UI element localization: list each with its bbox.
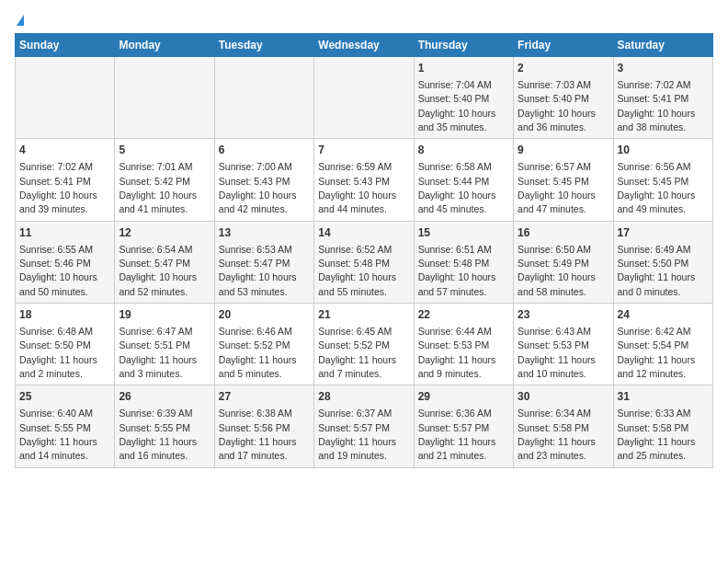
calendar-cell: 28Sunrise: 6:37 AM Sunset: 5:57 PM Dayli… — [314, 385, 414, 467]
day-info: Sunrise: 6:39 AM Sunset: 5:55 PM Dayligh… — [119, 408, 197, 461]
day-info: Sunrise: 6:51 AM Sunset: 5:48 PM Dayligh… — [418, 244, 496, 297]
header-day-sunday: Sunday — [16, 34, 115, 57]
day-info: Sunrise: 6:38 AM Sunset: 5:56 PM Dayligh… — [219, 408, 297, 461]
day-info: Sunrise: 6:33 AM Sunset: 5:58 PM Dayligh… — [618, 408, 696, 461]
calendar-cell: 11Sunrise: 6:55 AM Sunset: 5:46 PM Dayli… — [16, 221, 115, 303]
calendar-cell: 23Sunrise: 6:43 AM Sunset: 5:53 PM Dayli… — [514, 304, 613, 385]
day-info: Sunrise: 6:50 AM Sunset: 5:49 PM Dayligh… — [518, 244, 596, 297]
calendar-cell: 27Sunrise: 6:38 AM Sunset: 5:56 PM Dayli… — [214, 385, 313, 467]
day-number: 10 — [618, 143, 709, 158]
day-number: 13 — [219, 225, 310, 241]
calendar-cell: 16Sunrise: 6:50 AM Sunset: 5:49 PM Dayli… — [514, 221, 613, 303]
logo-triangle-icon — [17, 15, 24, 26]
day-info: Sunrise: 6:49 AM Sunset: 5:50 PM Dayligh… — [618, 244, 696, 297]
day-number: 26 — [119, 389, 210, 405]
day-number: 21 — [318, 307, 409, 323]
day-number: 6 — [219, 143, 310, 158]
calendar-cell: 18Sunrise: 6:48 AM Sunset: 5:50 PM Dayli… — [16, 304, 115, 385]
day-info: Sunrise: 6:53 AM Sunset: 5:47 PM Dayligh… — [219, 244, 297, 297]
week-row-2: 4Sunrise: 7:02 AM Sunset: 5:41 PM Daylig… — [16, 139, 713, 221]
day-info: Sunrise: 6:58 AM Sunset: 5:44 PM Dayligh… — [418, 161, 496, 214]
calendar-header: SundayMondayTuesdayWednesdayThursdayFrid… — [16, 34, 713, 57]
week-row-3: 11Sunrise: 6:55 AM Sunset: 5:46 PM Dayli… — [16, 221, 713, 303]
calendar-cell: 29Sunrise: 6:36 AM Sunset: 5:57 PM Dayli… — [414, 385, 513, 467]
day-info: Sunrise: 6:37 AM Sunset: 5:57 PM Dayligh… — [318, 408, 396, 461]
day-info: Sunrise: 6:57 AM Sunset: 5:45 PM Dayligh… — [518, 161, 596, 214]
calendar-cell — [115, 57, 214, 139]
calendar-cell: 26Sunrise: 6:39 AM Sunset: 5:55 PM Dayli… — [115, 385, 214, 467]
day-number: 8 — [418, 143, 509, 158]
day-info: Sunrise: 6:56 AM Sunset: 5:45 PM Dayligh… — [618, 161, 696, 214]
header-day-saturday: Saturday — [613, 34, 712, 57]
day-info: Sunrise: 6:42 AM Sunset: 5:54 PM Dayligh… — [618, 326, 696, 379]
day-number: 23 — [518, 307, 609, 323]
calendar-cell: 5Sunrise: 7:01 AM Sunset: 5:42 PM Daylig… — [115, 139, 214, 221]
calendar-cell: 17Sunrise: 6:49 AM Sunset: 5:50 PM Dayli… — [613, 221, 712, 303]
calendar-cell: 13Sunrise: 6:53 AM Sunset: 5:47 PM Dayli… — [214, 221, 313, 303]
day-info: Sunrise: 6:54 AM Sunset: 5:47 PM Dayligh… — [119, 244, 197, 297]
day-info: Sunrise: 6:47 AM Sunset: 5:51 PM Dayligh… — [119, 326, 197, 379]
header-row: SundayMondayTuesdayWednesdayThursdayFrid… — [16, 34, 713, 57]
day-number: 16 — [518, 225, 609, 241]
day-number: 19 — [119, 307, 210, 323]
calendar-cell: 12Sunrise: 6:54 AM Sunset: 5:47 PM Dayli… — [115, 221, 214, 303]
calendar-cell: 1Sunrise: 7:04 AM Sunset: 5:40 PM Daylig… — [414, 57, 513, 139]
calendar-cell: 15Sunrise: 6:51 AM Sunset: 5:48 PM Dayli… — [414, 221, 513, 303]
day-info: Sunrise: 7:00 AM Sunset: 5:43 PM Dayligh… — [219, 161, 297, 214]
week-row-4: 18Sunrise: 6:48 AM Sunset: 5:50 PM Dayli… — [16, 304, 713, 385]
day-info: Sunrise: 6:45 AM Sunset: 5:52 PM Dayligh… — [318, 326, 396, 379]
day-number: 30 — [518, 389, 609, 405]
calendar-table: SundayMondayTuesdayWednesdayThursdayFrid… — [15, 33, 713, 468]
calendar-cell: 10Sunrise: 6:56 AM Sunset: 5:45 PM Dayli… — [613, 139, 712, 221]
day-info: Sunrise: 6:55 AM Sunset: 5:46 PM Dayligh… — [19, 244, 97, 297]
calendar-cell: 20Sunrise: 6:46 AM Sunset: 5:52 PM Dayli… — [214, 304, 313, 385]
day-number: 9 — [518, 143, 609, 158]
calendar-cell: 25Sunrise: 6:40 AM Sunset: 5:55 PM Dayli… — [16, 385, 115, 467]
day-number: 5 — [119, 143, 210, 158]
day-info: Sunrise: 6:52 AM Sunset: 5:48 PM Dayligh… — [318, 244, 396, 297]
day-info: Sunrise: 7:01 AM Sunset: 5:42 PM Dayligh… — [119, 161, 197, 214]
day-number: 18 — [19, 307, 110, 323]
logo — [15, 15, 24, 26]
day-number: 24 — [618, 307, 709, 323]
calendar-cell: 4Sunrise: 7:02 AM Sunset: 5:41 PM Daylig… — [16, 139, 115, 221]
calendar-cell: 6Sunrise: 7:00 AM Sunset: 5:43 PM Daylig… — [214, 139, 313, 221]
calendar-cell: 30Sunrise: 6:34 AM Sunset: 5:58 PM Dayli… — [514, 385, 613, 467]
day-info: Sunrise: 6:43 AM Sunset: 5:53 PM Dayligh… — [518, 326, 596, 379]
day-number: 28 — [318, 389, 409, 405]
calendar-cell — [314, 57, 414, 139]
header-day-monday: Monday — [115, 34, 214, 57]
calendar-cell: 7Sunrise: 6:59 AM Sunset: 5:43 PM Daylig… — [314, 139, 414, 221]
day-number: 20 — [219, 307, 310, 323]
calendar-cell: 19Sunrise: 6:47 AM Sunset: 5:51 PM Dayli… — [115, 304, 214, 385]
calendar-cell: 9Sunrise: 6:57 AM Sunset: 5:45 PM Daylig… — [514, 139, 613, 221]
day-info: Sunrise: 6:34 AM Sunset: 5:58 PM Dayligh… — [518, 408, 596, 461]
day-info: Sunrise: 6:36 AM Sunset: 5:57 PM Dayligh… — [418, 408, 496, 461]
header-day-friday: Friday — [514, 34, 613, 57]
calendar-cell: 22Sunrise: 6:44 AM Sunset: 5:53 PM Dayli… — [414, 304, 513, 385]
day-info: Sunrise: 6:46 AM Sunset: 5:52 PM Dayligh… — [219, 326, 297, 379]
day-info: Sunrise: 7:02 AM Sunset: 5:41 PM Dayligh… — [618, 79, 696, 132]
calendar-cell: 24Sunrise: 6:42 AM Sunset: 5:54 PM Dayli… — [613, 304, 712, 385]
day-number: 14 — [318, 225, 409, 241]
day-number: 12 — [119, 225, 210, 241]
day-info: Sunrise: 6:48 AM Sunset: 5:50 PM Dayligh… — [19, 326, 97, 379]
day-number: 22 — [418, 307, 509, 323]
week-row-5: 25Sunrise: 6:40 AM Sunset: 5:55 PM Dayli… — [16, 385, 713, 467]
calendar-cell: 8Sunrise: 6:58 AM Sunset: 5:44 PM Daylig… — [414, 139, 513, 221]
day-number: 31 — [618, 389, 709, 405]
day-info: Sunrise: 6:59 AM Sunset: 5:43 PM Dayligh… — [318, 161, 396, 214]
day-number: 7 — [318, 143, 409, 158]
header-day-tuesday: Tuesday — [214, 34, 313, 57]
day-number: 17 — [618, 225, 709, 241]
day-number: 1 — [418, 61, 509, 76]
calendar-cell — [16, 57, 115, 139]
calendar-cell — [214, 57, 313, 139]
day-number: 29 — [418, 389, 509, 405]
day-number: 4 — [19, 143, 110, 158]
day-info: Sunrise: 7:03 AM Sunset: 5:40 PM Dayligh… — [518, 79, 596, 132]
day-number: 25 — [19, 389, 110, 405]
day-number: 3 — [618, 61, 709, 76]
day-number: 11 — [19, 225, 110, 241]
week-row-1: 1Sunrise: 7:04 AM Sunset: 5:40 PM Daylig… — [16, 57, 713, 139]
